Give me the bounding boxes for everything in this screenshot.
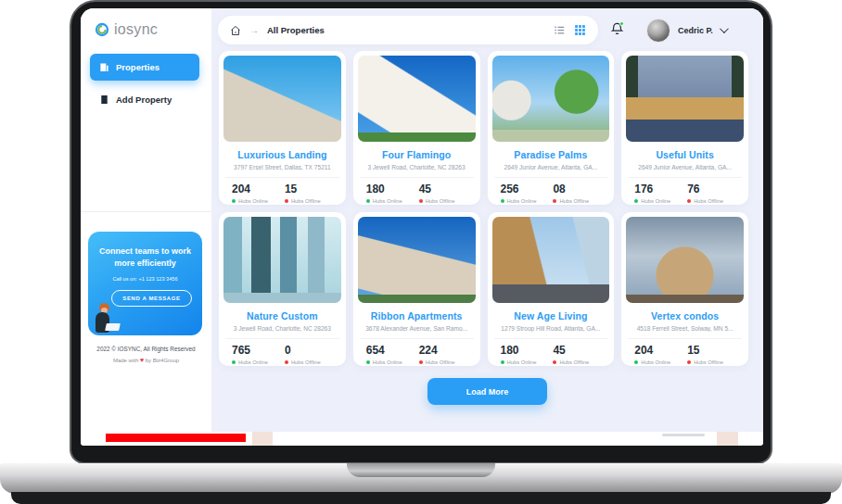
hubs-offline-label-row: Hubs Offline bbox=[419, 198, 472, 204]
hubs-online-label: Hubs Online bbox=[373, 359, 402, 365]
property-address: 1279 Stroop Hill Road, Atlanta, GA... bbox=[492, 325, 610, 332]
list-view-icon[interactable] bbox=[554, 24, 566, 36]
property-image bbox=[492, 217, 610, 303]
property-name[interactable]: Luxurious Landing bbox=[223, 149, 341, 160]
user-name: Cedric P. bbox=[678, 26, 713, 35]
sidebar-divider bbox=[81, 211, 211, 212]
offline-dot-icon bbox=[687, 199, 691, 203]
red-bar bbox=[106, 434, 246, 442]
card-stats: 180 Hubs Online 45 Hubs Offline bbox=[358, 178, 476, 204]
hubs-offline-value: 76 bbox=[687, 183, 740, 195]
property-name[interactable]: Paradise Palms bbox=[492, 149, 610, 160]
add-building-icon bbox=[99, 94, 109, 105]
hubs-online-label: Hubs Online bbox=[238, 198, 268, 204]
hubs-online-stat: 176 Hubs Online bbox=[634, 183, 687, 204]
hubs-offline-value: 15 bbox=[285, 183, 338, 195]
property-card[interactable]: Luxurious Landing 3797 Ersel Street, Dal… bbox=[219, 51, 346, 205]
hubs-online-label: Hubs Online bbox=[641, 359, 670, 365]
sidebar-item-properties[interactable]: Properties bbox=[90, 54, 199, 81]
hubs-offline-value: 45 bbox=[553, 344, 606, 357]
hubs-offline-label-row: Hubs Offline bbox=[285, 359, 338, 365]
sidebar-nav: Properties Add Property bbox=[81, 54, 211, 119]
logo-text: iosync bbox=[114, 21, 158, 38]
property-card[interactable]: Ribbon Apartments 3678 Alexander Avenue,… bbox=[353, 212, 480, 366]
online-dot-icon bbox=[366, 360, 370, 364]
property-name[interactable]: Ribbon Apartments bbox=[358, 310, 476, 321]
gray-line bbox=[662, 434, 705, 436]
hubs-offline-stat: 15 Hubs Offline bbox=[285, 183, 338, 204]
hubs-online-stat: 180 Hubs Online bbox=[501, 344, 554, 365]
hubs-offline-stat: 76 Hubs Offline bbox=[687, 183, 740, 204]
property-name[interactable]: New Age Living bbox=[492, 310, 610, 321]
hubs-online-label: Hubs Online bbox=[238, 359, 268, 365]
home-icon[interactable] bbox=[230, 25, 241, 36]
hubs-offline-stat: 15 Hubs Offline bbox=[687, 344, 740, 365]
hubs-offline-stat: 224 Hubs Offline bbox=[419, 344, 472, 365]
sidebar-item-add-property[interactable]: Add Property bbox=[90, 86, 199, 113]
sidebar-spacer bbox=[81, 119, 211, 211]
hubs-offline-stat: 45 Hubs Offline bbox=[553, 344, 606, 365]
hubs-online-label: Hubs Online bbox=[373, 198, 402, 204]
card-stats: 765 Hubs Online 0 Hubs Offline bbox=[223, 339, 341, 365]
property-name[interactable]: Useful Units bbox=[626, 149, 744, 160]
grid-view-icon[interactable] bbox=[574, 24, 586, 36]
user-menu[interactable]: Cedric P. bbox=[646, 19, 726, 43]
online-dot-icon bbox=[501, 360, 504, 364]
property-name[interactable]: Vertex condos bbox=[626, 310, 744, 321]
property-address: 2649 Junior Avenue, Atlanta, GA... bbox=[626, 164, 744, 170]
online-dot-icon bbox=[232, 199, 236, 203]
hubs-online-stat: 204 Hubs Online bbox=[232, 183, 285, 204]
property-address: 3678 Alexander Avenue, San Ramo... bbox=[358, 325, 476, 332]
load-more-wrapper: Load More bbox=[211, 378, 763, 405]
hubs-online-label: Hubs Online bbox=[507, 359, 537, 365]
pink-block bbox=[717, 432, 738, 446]
hubs-offline-label-row: Hubs Offline bbox=[687, 359, 740, 365]
property-card[interactable]: Paradise Palms 2649 Junior Avenue, Atlan… bbox=[488, 51, 615, 205]
heart-icon: ♥ bbox=[140, 357, 144, 363]
offline-dot-icon bbox=[553, 199, 556, 203]
offline-dot-icon bbox=[285, 360, 288, 364]
load-more-button[interactable]: Load More bbox=[427, 378, 547, 405]
property-card[interactable]: Nature Custom 3 Jewell Road, Charlotte, … bbox=[219, 212, 346, 366]
online-dot-icon bbox=[501, 199, 504, 203]
property-image bbox=[492, 56, 610, 142]
sidebar-item-label: Add Property bbox=[116, 94, 172, 105]
property-image bbox=[626, 217, 744, 303]
hubs-offline-label-row: Hubs Offline bbox=[285, 198, 338, 204]
card-stats: 256 Hubs Online 08 Hubs Offline bbox=[492, 178, 610, 204]
sidebar: iosync Properties Add Property bbox=[81, 8, 211, 446]
property-card[interactable]: Useful Units 2649 Junior Avenue, Atlanta… bbox=[621, 51, 748, 205]
offline-dot-icon bbox=[553, 360, 556, 364]
property-name[interactable]: Nature Custom bbox=[223, 310, 341, 321]
hubs-offline-stat: 0 Hubs Offline bbox=[285, 344, 338, 365]
bottom-strip bbox=[81, 432, 763, 446]
notifications-button[interactable] bbox=[610, 21, 624, 40]
hubs-offline-value: 224 bbox=[419, 344, 472, 357]
property-card[interactable]: Four Flamingo 3 Jewell Road, Charlotte, … bbox=[353, 51, 480, 205]
property-card[interactable]: New Age Living 1279 Stroop Hill Road, At… bbox=[488, 212, 615, 366]
chevron-down-icon bbox=[720, 24, 729, 33]
hubs-online-label-row: Hubs Online bbox=[501, 198, 554, 204]
property-image bbox=[223, 217, 341, 303]
online-dot-icon bbox=[366, 199, 370, 203]
property-image bbox=[223, 56, 341, 142]
hubs-offline-value: 45 bbox=[419, 183, 472, 195]
hubs-online-stat: 765 Hubs Online bbox=[232, 344, 285, 365]
building-icon bbox=[99, 62, 109, 72]
property-name[interactable]: Four Flamingo bbox=[358, 149, 476, 160]
property-address: 3 Jewell Road, Charlotte, NC 28263 bbox=[358, 164, 476, 170]
hubs-online-label: Hubs Online bbox=[641, 198, 670, 204]
property-grid: Luxurious Landing 3797 Ersel Street, Dal… bbox=[211, 44, 763, 366]
hubs-offline-label-row: Hubs Offline bbox=[553, 198, 606, 204]
hubs-online-value: 654 bbox=[366, 344, 419, 357]
property-card[interactable]: Vertex condos 4518 Ferrell Street, Solwa… bbox=[621, 212, 748, 366]
avatar bbox=[646, 19, 670, 43]
hubs-offline-label: Hubs Offline bbox=[559, 359, 589, 365]
property-address: 2649 Junior Avenue, Atlanta, GA... bbox=[492, 164, 610, 170]
send-message-button[interactable]: SEND A MESSAGE bbox=[111, 290, 191, 307]
hubs-offline-value: 15 bbox=[687, 344, 740, 357]
hubs-offline-stat: 45 Hubs Offline bbox=[419, 183, 472, 204]
online-dot-icon bbox=[232, 360, 236, 364]
card-stats: 180 Hubs Online 45 Hubs Offline bbox=[492, 339, 610, 365]
hubs-online-stat: 204 Hubs Online bbox=[634, 344, 687, 365]
